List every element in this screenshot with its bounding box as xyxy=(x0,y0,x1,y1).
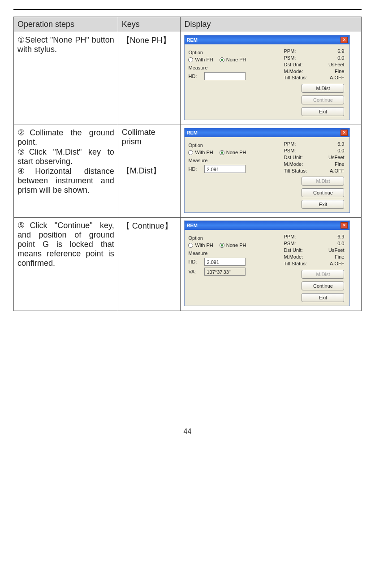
exit-button[interactable]: Exit xyxy=(302,293,344,302)
field-input[interactable]: 2.091 xyxy=(204,258,246,266)
field-input[interactable]: 107°37'33" xyxy=(204,268,246,276)
display-cell: REM × Option With PH None PH Measure HD: xyxy=(181,32,362,125)
rem-window: REM × Option With PH None PH Measure HD: xyxy=(184,35,350,120)
stats-block: PPM:6.9 PSM:0.0 Dst Unit:UsFeet M.Mode:F… xyxy=(284,48,344,81)
header-steps: Operation steps xyxy=(14,17,118,32)
step-cell: ⑤Click "Continue" key, and position of g… xyxy=(14,218,118,311)
continue-button[interactable]: Continue xyxy=(302,281,344,290)
step-cell: ②Collimate the ground point.③Click "M.Di… xyxy=(14,125,118,218)
field-row: HD: xyxy=(188,72,264,80)
close-icon[interactable]: × xyxy=(341,37,348,43)
title-bar: REM × xyxy=(185,128,349,137)
keys-cell: Collimate prism【M.Dist】 xyxy=(118,125,181,218)
instruction-table: Operation steps Keys Display ①Select "No… xyxy=(13,17,362,311)
mdist-button: M.Dist xyxy=(302,177,344,186)
window-title: REM xyxy=(186,37,197,43)
rem-window: REM × Option With PH None PH Measure HD:… xyxy=(184,220,350,306)
field-label: HD: xyxy=(188,259,201,264)
none-ph-radio[interactable]: None PH xyxy=(220,150,246,155)
stats-block: PPM:6.9 PSM:0.0 Dst Unit:UsFeet M.Mode:F… xyxy=(284,233,344,267)
step-cell: ①Select "None PH" button with stylus. xyxy=(14,32,118,125)
keys-cell: 【 Continue】 xyxy=(118,218,181,311)
rem-window: REM × Option With PH None PH Measure HD:… xyxy=(184,128,350,213)
field-input[interactable]: 2.091 xyxy=(204,165,246,173)
stats-block: PPM:6.9 PSM:0.0 Dst Unit:UsFeet M.Mode:F… xyxy=(284,141,344,174)
display-cell: REM × Option With PH None PH Measure HD:… xyxy=(181,125,362,218)
table-row: ②Collimate the ground point.③Click "M.Di… xyxy=(14,125,362,218)
none-ph-radio[interactable]: None PH xyxy=(220,57,246,62)
header-display: Display xyxy=(181,17,362,32)
option-label: Option xyxy=(188,50,264,55)
none-ph-radio[interactable]: None PH xyxy=(220,242,246,248)
with-ph-radio[interactable]: With PH xyxy=(188,57,213,62)
exit-button[interactable]: Exit xyxy=(302,107,344,116)
continue-button[interactable]: Continue xyxy=(302,188,344,197)
title-bar: REM × xyxy=(185,35,349,44)
keys-cell: 【None PH】 xyxy=(118,32,181,125)
table-row: ①Select "None PH" button with stylus.【No… xyxy=(14,32,362,125)
header-keys: Keys xyxy=(118,17,181,32)
field-input[interactable] xyxy=(204,72,246,80)
close-icon[interactable]: × xyxy=(341,130,348,136)
mdist-button[interactable]: M.Dist xyxy=(302,84,344,93)
measure-label: Measure xyxy=(188,251,264,256)
close-icon[interactable]: × xyxy=(341,222,348,229)
field-row: HD: 2.091 xyxy=(188,165,264,173)
page-number: 44 xyxy=(13,428,362,436)
field-label: HD: xyxy=(188,74,201,79)
display-cell: REM × Option With PH None PH Measure HD:… xyxy=(181,218,362,311)
table-row: ⑤Click "Continue" key, and position of g… xyxy=(14,218,362,311)
exit-button[interactable]: Exit xyxy=(302,200,344,209)
window-title: REM xyxy=(186,223,197,228)
field-row: HD: 2.091 xyxy=(188,258,264,266)
measure-label: Measure xyxy=(188,65,264,70)
window-title: REM xyxy=(186,130,197,135)
option-label: Option xyxy=(188,235,264,241)
option-label: Option xyxy=(188,143,264,148)
with-ph-radio[interactable]: With PH xyxy=(188,242,213,248)
field-label: VA: xyxy=(188,269,201,274)
field-label: HD: xyxy=(188,166,201,172)
with-ph-radio[interactable]: With PH xyxy=(188,150,213,155)
field-row: VA: 107°37'33" xyxy=(188,268,264,276)
measure-label: Measure xyxy=(188,158,264,163)
continue-button: Continue xyxy=(302,95,344,104)
mdist-button: M.Dist xyxy=(302,270,344,279)
title-bar: REM × xyxy=(185,221,349,230)
